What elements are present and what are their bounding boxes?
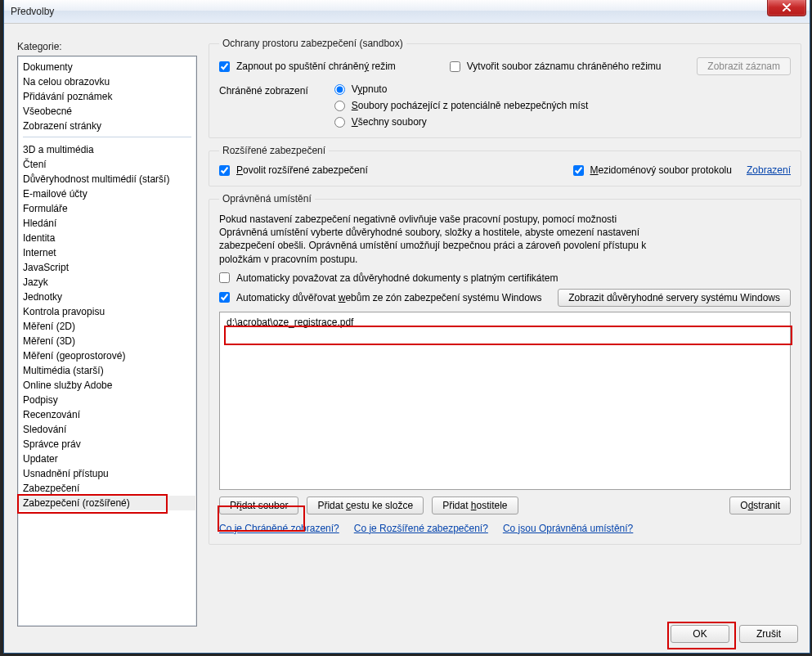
radio-unsafe-files[interactable]: Soubory pocházející z potenciálně nebezp…	[334, 100, 589, 111]
category-item[interactable]: Sledování	[18, 422, 196, 437]
checkbox-crossdomain-log[interactable]: Mezidoménový soubor protokolu	[573, 164, 732, 176]
ok-button[interactable]: OK	[671, 625, 729, 643]
category-item[interactable]: 3D a multimédia	[18, 142, 196, 157]
category-item[interactable]: Hledání	[18, 216, 196, 231]
category-separator	[23, 137, 191, 137]
show-trusted-servers-button[interactable]: Zobrazit důvěryhodné servery systému Win…	[558, 289, 791, 307]
protected-view-label: Chráněné zobrazení	[219, 83, 308, 97]
category-item[interactable]: Měření (3D)	[18, 334, 196, 348]
checkbox-enable-extended-security[interactable]: Povolit rozšířené zabezpečení	[219, 164, 368, 176]
checkbox-enable-extended-security-label: Povolit rozšířené zabezpečení	[236, 164, 368, 176]
category-item[interactable]: Online služby Adobe	[18, 378, 196, 393]
category-item[interactable]: Multimédia (starší)	[18, 363, 196, 378]
radio-off-input[interactable]	[334, 84, 345, 95]
radio-unsafe-files-label: Soubory pocházející z potenciálně nebezp…	[352, 100, 589, 111]
location-entry[interactable]: d:\acrobat\oze_registrace.pdf	[225, 316, 785, 329]
category-item[interactable]: Kontrola pravopisu	[18, 304, 196, 319]
add-folder-button[interactable]: Přidat cestu ke složce	[307, 496, 424, 514]
radio-all-files-label: Všechny soubory	[352, 116, 427, 128]
checkbox-auto-trust-cert-input[interactable]	[219, 272, 230, 283]
checkbox-crossdomain-log-label: Mezidoménový soubor protokolu	[590, 164, 732, 176]
category-item[interactable]: Identita	[18, 231, 196, 245]
checkbox-enable-protected-mode-input[interactable]	[219, 61, 230, 72]
checkbox-auto-trust-web-input[interactable]	[219, 292, 230, 303]
crossdomain-view-link[interactable]: Zobrazení	[747, 164, 791, 176]
add-file-button[interactable]: Přidat soubor	[219, 496, 298, 514]
category-item[interactable]: Měření (geoprostorové)	[18, 348, 196, 363]
group-sandbox: Ochrany prostoru zabezpečení (sandbox) Z…	[209, 38, 801, 138]
settings-panel: Ochrany prostoru zabezpečení (sandbox) Z…	[209, 38, 801, 645]
radio-unsafe-files-input[interactable]	[334, 101, 345, 111]
checkbox-auto-trust-cert[interactable]: Automaticky považovat za důvěryhodné dok…	[219, 272, 559, 284]
group-privileged-locations: Oprávněná umístění Pokud nastavení zabez…	[209, 193, 801, 545]
group-sandbox-legend: Ochrany prostoru zabezpečení (sandbox)	[219, 38, 406, 49]
cancel-button[interactable]: Zrušit	[739, 625, 798, 643]
checkbox-create-log-label: Vytvořit soubor záznamu chráněného režim…	[467, 61, 662, 72]
category-list[interactable]: DokumentyNa celou obrazovkuPřidávání poz…	[17, 56, 197, 627]
category-item[interactable]: Čtení	[18, 157, 196, 172]
group-extended-security: Rozšířené zabezpečení Povolit rozšířené …	[209, 145, 801, 186]
checkbox-auto-trust-web-label: Automaticky důvěřovat webům ze zón zabez…	[236, 292, 542, 303]
checkbox-auto-trust-web[interactable]: Automaticky důvěřovat webům ze zón zabez…	[219, 292, 542, 303]
category-item[interactable]: Správce práv	[18, 437, 196, 452]
titlebar: Předvolby	[4, 0, 810, 24]
category-item[interactable]: Formuláře	[18, 201, 196, 216]
help-link-protected-view[interactable]: Co je Chráněné zobrazení?	[219, 523, 339, 534]
category-item[interactable]: JavaScript	[18, 260, 196, 275]
checkbox-auto-trust-cert-label: Automaticky považovat za důvěryhodné dok…	[236, 272, 559, 284]
remove-button[interactable]: Odstranit	[729, 496, 791, 514]
category-item[interactable]: Recenzování	[18, 407, 196, 422]
help-link-extended-security[interactable]: Co je Rozšířené zabezpečení?	[354, 523, 488, 534]
radio-off[interactable]: Vypnuto	[334, 83, 589, 95]
group-privileged-locations-legend: Oprávněná umístění	[219, 193, 315, 204]
radio-off-label: Vypnuto	[352, 83, 388, 95]
checkbox-crossdomain-log-input[interactable]	[573, 165, 584, 176]
help-link-privileged-locations[interactable]: Co jsou Oprávněná umístění?	[503, 523, 633, 534]
checkbox-create-log[interactable]: Vytvořit soubor záznamu chráněného režim…	[450, 61, 662, 72]
category-item[interactable]: Zobrazení stránky	[18, 119, 196, 133]
category-item[interactable]: Zabezpečení (rozšířené)	[18, 496, 196, 510]
category-item[interactable]: Na celou obrazovku	[18, 74, 196, 89]
checkbox-enable-protected-label: Zapnout po spuštění chráněný režim	[236, 61, 396, 72]
category-item[interactable]: E-mailové účty	[18, 186, 196, 201]
category-item[interactable]: Internet	[18, 245, 196, 260]
window-title: Předvolby	[11, 6, 54, 17]
category-item[interactable]: Jazyk	[18, 275, 196, 290]
close-button[interactable]	[767, 0, 806, 16]
dialog-body: Kategorie: DokumentyNa celou obrazovkuPř…	[12, 33, 801, 645]
checkbox-create-log-input[interactable]	[450, 61, 460, 72]
group-extended-security-legend: Rozšířené zabezpečení	[219, 145, 329, 156]
privileged-description: Pokud nastavení zabezpečení negativně ov…	[219, 213, 661, 266]
checkbox-enable-protected-mode[interactable]: Zapnout po spuštění chráněný režim	[219, 61, 396, 72]
category-item[interactable]: Přidávání poznámek	[18, 89, 196, 104]
category-item[interactable]: Jednotky	[18, 290, 196, 304]
preferences-window: Předvolby Kategorie: DokumentyNa celou o…	[3, 0, 810, 654]
dialog-footer: OK Zrušit	[671, 625, 798, 643]
add-host-button[interactable]: Přidat hostitele	[432, 496, 518, 514]
category-item[interactable]: Zabezpečení	[18, 481, 196, 496]
radio-all-files[interactable]: Všechny soubory	[334, 116, 589, 128]
category-item[interactable]: Důvěryhodnost multimédií (starší)	[18, 172, 196, 186]
category-item[interactable]: Všeobecné	[18, 104, 196, 119]
privileged-locations-list[interactable]: d:\acrobat\oze_registrace.pdf	[219, 312, 791, 490]
radio-all-files-input[interactable]	[334, 117, 345, 128]
category-item[interactable]: Dokumenty	[18, 60, 196, 74]
category-item[interactable]: Podpisy	[18, 393, 196, 407]
category-item[interactable]: Měření (2D)	[18, 319, 196, 334]
category-item[interactable]: Usnadnění přístupu	[18, 466, 196, 481]
categories-label: Kategorie:	[17, 41, 62, 52]
show-log-button[interactable]: Zobrazit záznam	[697, 57, 791, 75]
close-icon	[783, 3, 791, 11]
category-item[interactable]: Updater	[18, 452, 196, 466]
checkbox-enable-extended-security-input[interactable]	[219, 165, 230, 176]
